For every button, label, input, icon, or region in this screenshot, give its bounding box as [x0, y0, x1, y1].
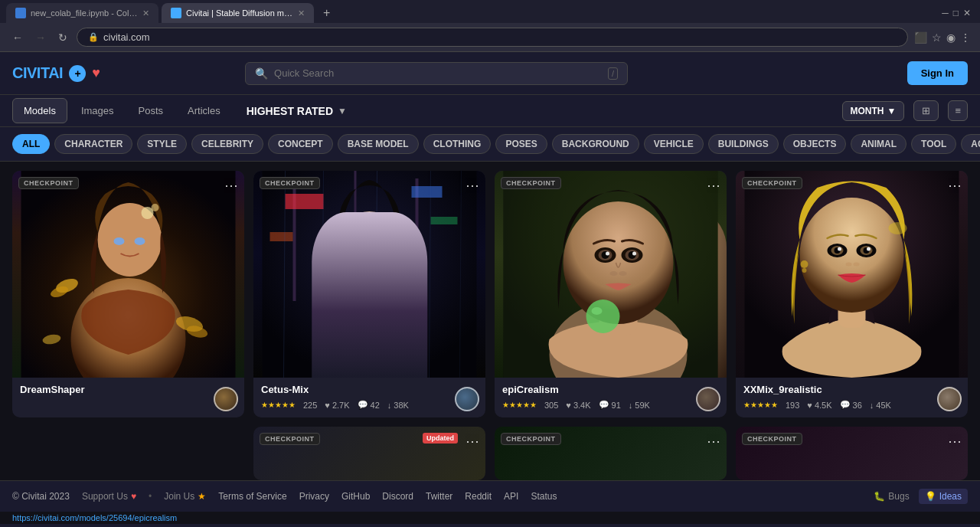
- card-image-epicrealism: [495, 171, 727, 378]
- tab-1[interactable]: new_colab_file.ipynb - Colabora... ✕: [6, 3, 158, 23]
- bookmark-icon[interactable]: ☆: [932, 31, 942, 44]
- sign-in-button[interactable]: Sign In: [907, 61, 968, 85]
- card-menu-p4[interactable]: ⋯: [948, 433, 962, 450]
- terms-link[interactable]: Terms of Service: [218, 491, 286, 502]
- cat-background[interactable]: BACKGROUND: [552, 134, 639, 154]
- cat-base-model[interactable]: BASE MODEL: [338, 134, 419, 154]
- model-card-epicrealism[interactable]: CHECKPOINT ⋯ epiCrealism ★★★★★ 305 ♥ 3.4…: [495, 171, 727, 417]
- cat-animal[interactable]: ANIMAL: [851, 134, 906, 154]
- search-bar[interactable]: 🔍 /: [245, 62, 628, 85]
- cat-tool[interactable]: TOOL: [911, 134, 956, 154]
- reload-button[interactable]: ↻: [55, 30, 70, 45]
- period-selector[interactable]: MONTH ▼: [842, 101, 905, 121]
- checkpoint-badge-dreamshaper: CHECKPOINT: [18, 177, 79, 189]
- cetus-illustration: [253, 171, 485, 378]
- cat-vehicle[interactable]: VEHICLE: [644, 134, 704, 154]
- reddit-link[interactable]: Reddit: [465, 491, 492, 502]
- create-button[interactable]: +: [69, 65, 86, 82]
- tab-close-1[interactable]: ✕: [142, 8, 149, 18]
- cat-celebrity[interactable]: CELEBRITY: [191, 134, 263, 154]
- svg-point-32: [359, 241, 364, 245]
- back-button[interactable]: ←: [9, 30, 26, 45]
- stars-xxmix: ★★★★★: [743, 401, 778, 409]
- tab-favicon-1: [15, 8, 26, 18]
- tab-images[interactable]: Images: [70, 99, 125, 123]
- cat-poses[interactable]: POSES: [495, 134, 547, 154]
- browser-chrome: new_colab_file.ipynb - Colabora... ✕ Civ…: [0, 0, 980, 52]
- tab-posts[interactable]: Posts: [128, 99, 175, 123]
- partial-card-2[interactable]: CHECKPOINT Updated ⋯: [253, 427, 485, 480]
- card-stats-xxmix: ★★★★★ 193 ♥ 4.5K 💬 36 ↓ 45K: [743, 400, 960, 410]
- github-link[interactable]: GitHub: [341, 491, 370, 502]
- api-link[interactable]: API: [504, 491, 518, 502]
- favorites-button[interactable]: ♥: [92, 65, 100, 81]
- cat-clothing[interactable]: CLOTHING: [423, 134, 492, 154]
- card-menu-p3[interactable]: ⋯: [707, 433, 720, 450]
- grid-icon: ≡: [955, 105, 961, 116]
- card-menu-dreamshaper[interactable]: ⋯: [224, 177, 238, 194]
- tab-close-2[interactable]: ✕: [298, 8, 305, 18]
- svg-point-11: [152, 204, 159, 211]
- main-content: CHECKPOINT ⋯ DreamShaper: [0, 162, 980, 427]
- profile-icon[interactable]: ◉: [946, 31, 956, 44]
- separator-1: •: [149, 491, 152, 502]
- model-card-xxmix[interactable]: CHECKPOINT ⋯ XXMix_9realistic ★★★★★ 193 …: [736, 171, 968, 417]
- card-menu-cetus[interactable]: ⋯: [466, 177, 479, 194]
- downloads-epicrealism: ↓ 59K: [629, 401, 650, 410]
- avatar-cetus: [455, 387, 479, 411]
- svg-point-63: [854, 263, 860, 267]
- period-label: MONTH: [851, 106, 884, 116]
- tab-bar: new_colab_file.ipynb - Colabora... ✕ Civ…: [0, 0, 980, 23]
- maximize-button[interactable]: □: [953, 8, 959, 18]
- bug-icon: 🐛: [874, 491, 885, 502]
- join-link[interactable]: Join Us ★: [164, 491, 206, 502]
- cat-concept[interactable]: CONCEPT: [268, 134, 333, 154]
- discord-link[interactable]: Discord: [382, 491, 413, 502]
- sort-selector[interactable]: HIGHEST RATED ▼: [247, 105, 347, 117]
- card-menu-xxmix[interactable]: ⋯: [948, 177, 962, 194]
- checkpoint-badge-p3: CHECKPOINT: [501, 433, 561, 445]
- svg-point-61: [867, 247, 871, 251]
- likes-epicrealism: ♥ 3.4K: [566, 401, 590, 410]
- comments-epicrealism: 💬 91: [599, 400, 621, 410]
- ideas-button[interactable]: 💡 Ideas: [919, 489, 968, 504]
- forward-button[interactable]: →: [32, 30, 49, 45]
- privacy-link[interactable]: Privacy: [299, 491, 329, 502]
- cat-style[interactable]: STYLE: [137, 134, 187, 154]
- status-link[interactable]: Status: [531, 491, 557, 502]
- cat-all[interactable]: ALL: [12, 134, 50, 154]
- card-menu-epicrealism[interactable]: ⋯: [707, 177, 720, 194]
- bugs-button[interactable]: 🐛 Bugs: [874, 489, 909, 504]
- search-input[interactable]: [274, 67, 602, 79]
- copyright: © Civitai 2023: [12, 491, 70, 502]
- comments-value-cetus: 42: [371, 401, 380, 410]
- status-url: https://civitai.com/models/25694/epicrea…: [12, 513, 177, 522]
- close-window-button[interactable]: ✕: [963, 8, 971, 18]
- url-bar[interactable]: 🔒 civitai.com: [77, 28, 908, 47]
- filter-button[interactable]: ⊞: [913, 100, 939, 121]
- tab-models[interactable]: Models: [12, 98, 67, 123]
- partial-card-4[interactable]: CHECKPOINT ⋯: [736, 427, 968, 480]
- extensions-icon[interactable]: ⬛: [914, 31, 927, 44]
- minimize-button[interactable]: ─: [942, 8, 949, 18]
- tab-2[interactable]: Civitai | Stable Diffusion models... ✕: [162, 3, 314, 23]
- download-icon: ↓: [387, 401, 392, 410]
- support-link[interactable]: Support Us ♥: [82, 491, 136, 502]
- cat-buildings[interactable]: BUILDINGS: [708, 134, 779, 154]
- svg-point-64: [801, 260, 808, 268]
- cat-action[interactable]: ACTION: [961, 134, 980, 154]
- period-chevron-icon: ▼: [887, 106, 897, 116]
- svg-point-47: [610, 271, 618, 276]
- card-menu-p2[interactable]: ⋯: [466, 433, 479, 450]
- avatar-epicrealism: [696, 387, 720, 411]
- partial-card-3[interactable]: CHECKPOINT ⋯: [495, 427, 727, 480]
- model-card-cetus[interactable]: CHECKPOINT ⋯ Cetus-Mix ★★★★★ 225 ♥ 2.7K …: [253, 171, 485, 417]
- menu-icon[interactable]: ⋮: [960, 31, 971, 44]
- twitter-link[interactable]: Twitter: [426, 491, 452, 502]
- new-tab-button[interactable]: +: [317, 3, 336, 23]
- model-card-dreamshaper[interactable]: CHECKPOINT ⋯ DreamShaper: [12, 171, 244, 417]
- cat-character[interactable]: CHARACTER: [54, 134, 132, 154]
- grid-button[interactable]: ≡: [948, 100, 968, 121]
- cat-objects[interactable]: OBJECTS: [783, 134, 847, 154]
- tab-articles[interactable]: Articles: [177, 99, 231, 123]
